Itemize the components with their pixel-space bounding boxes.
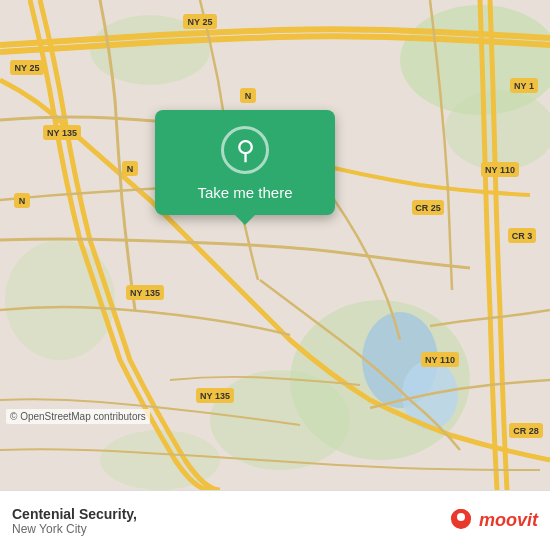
location-city: New York City: [12, 522, 447, 536]
location-icon-circle: ⚲: [221, 126, 269, 174]
location-info: Centenial Security, New York City: [12, 506, 447, 536]
navigation-popup[interactable]: ⚲ Take me there: [155, 110, 335, 215]
moovit-icon: [447, 507, 475, 535]
svg-text:NY 110: NY 110: [485, 165, 515, 175]
svg-text:NY 1: NY 1: [514, 81, 534, 91]
svg-text:NY 135: NY 135: [200, 391, 230, 401]
svg-text:N: N: [19, 196, 26, 206]
svg-text:N: N: [127, 164, 134, 174]
svg-point-4: [210, 370, 350, 470]
svg-text:NY 135: NY 135: [47, 128, 77, 138]
location-title: Centenial Security,: [12, 506, 447, 522]
svg-text:NY 25: NY 25: [15, 63, 40, 73]
svg-text:N: N: [245, 91, 252, 101]
svg-text:CR 25: CR 25: [415, 203, 441, 213]
svg-text:NY 135: NY 135: [130, 288, 160, 298]
svg-point-2: [445, 90, 550, 170]
location-pin-icon: ⚲: [236, 137, 255, 163]
moovit-logo: moovit: [447, 507, 538, 535]
svg-text:NY 110: NY 110: [425, 355, 455, 365]
svg-point-40: [457, 513, 465, 521]
map-copyright: © OpenStreetMap contributors: [6, 409, 150, 424]
take-me-there-button[interactable]: Take me there: [197, 184, 292, 201]
moovit-brand-text: moovit: [479, 510, 538, 531]
svg-text:NY 25: NY 25: [188, 17, 213, 27]
map-container: NY 25 NY 25 NY 135 NY 135 NY 135 NY 1 NY…: [0, 0, 550, 490]
svg-text:CR 28: CR 28: [513, 426, 539, 436]
svg-text:CR 3: CR 3: [512, 231, 533, 241]
bottom-bar: Centenial Security, New York City moovit: [0, 490, 550, 550]
